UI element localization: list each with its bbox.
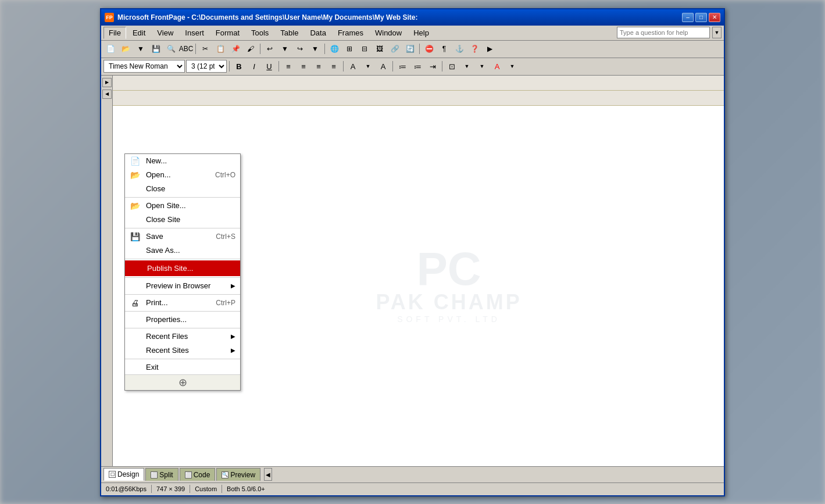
menu-open-site[interactable]: 📂 Open Site... <box>125 199 240 213</box>
new-btn[interactable]: 📄 <box>103 42 117 55</box>
format-painter-btn[interactable]: 🖌 <box>244 42 258 55</box>
menu-close-site[interactable]: Close Site <box>125 213 240 227</box>
menu-item-format[interactable]: Format <box>210 27 245 39</box>
tab-code[interactable]: ⬜ Code <box>180 468 216 481</box>
menu-item-help[interactable]: Help <box>408 27 434 39</box>
editor-content[interactable]: PC PAK CHAMP SOFT PVT. LTD 📄 New... 📂 Op… <box>113 106 724 466</box>
menu-item-data[interactable]: Data <box>305 27 331 39</box>
last-btn[interactable]: ▶ <box>483 42 497 55</box>
tab-design[interactable]: ☐ Design <box>103 468 144 481</box>
align-center-btn[interactable]: ≡ <box>297 60 310 73</box>
border-btn[interactable]: ⊡ <box>445 60 459 73</box>
italic-button[interactable]: I <box>247 60 261 73</box>
left-panel-btn-1[interactable]: ▶ <box>102 78 112 87</box>
font-color2-drop[interactable]: ▼ <box>505 60 519 73</box>
close-button[interactable]: ✕ <box>709 13 720 22</box>
menu-open[interactable]: 📂 Open... Ctrl+O <box>125 168 240 182</box>
open-site-icon: 📂 <box>128 199 141 212</box>
status-bar: 0:01@56Kbps 747 × 399 Custom Both 5.0/6.… <box>101 482 724 495</box>
preview-tab-icon: 🔍 <box>222 471 228 478</box>
help-dropdown-arrow[interactable]: ▼ <box>712 27 722 38</box>
tab-split[interactable]: ⬜ Split <box>145 468 178 481</box>
menu-recent-files[interactable]: Recent Files ▶ <box>125 330 240 344</box>
menu-exit[interactable]: Exit <box>125 360 240 374</box>
underline-button[interactable]: U <box>262 60 276 73</box>
code-tab-icon: ⬜ <box>185 471 192 478</box>
fmt-sep-3 <box>343 61 344 72</box>
menu-item-frames[interactable]: Frames <box>333 27 369 39</box>
help-btn[interactable]: ❓ <box>467 42 481 55</box>
hyperlink-btn[interactable]: 🔗 <box>388 42 402 55</box>
left-panel: ▶ ◀ <box>101 76 113 466</box>
design-tab-icon: ☐ <box>109 471 116 478</box>
spellcheck-btn[interactable]: ABC <box>179 42 193 55</box>
image-btn[interactable]: 🖼 <box>373 42 387 55</box>
draw-table-btn[interactable]: ⊟ <box>358 42 372 55</box>
border-drop[interactable]: ▼ <box>460 60 474 73</box>
web-component-btn[interactable]: 🌐 <box>327 42 341 55</box>
menu-recent-sites[interactable]: Recent Sites ▶ <box>125 344 240 358</box>
align-right-btn[interactable]: ≡ <box>312 60 326 73</box>
restore-button[interactable]: □ <box>695 13 707 22</box>
menu-properties[interactable]: Properties... <box>125 313 240 327</box>
style-drop[interactable]: ▼ <box>475 60 489 73</box>
font-color2-btn[interactable]: A <box>490 60 504 73</box>
menu-item-file[interactable]: File <box>103 27 126 39</box>
font-color-btn[interactable]: A <box>346 60 360 73</box>
menu-more[interactable]: ⊕ <box>125 374 240 390</box>
font-color-drop[interactable]: ▼ <box>361 60 375 73</box>
menu-close[interactable]: Close <box>125 182 240 196</box>
toolbar: 📄 📂 ▼ 💾 🔍 ABC ✂ 📋 📌 🖌 ↩ ▼ ↪ ▼ 🌐 ⊞ ⊟ 🖼 🔗 … <box>101 41 724 58</box>
left-panel-btn-2[interactable]: ◀ <box>102 90 112 99</box>
open-btn[interactable]: 📂 <box>119 42 133 55</box>
paste-btn[interactable]: 📌 <box>228 42 242 55</box>
menu-item-window[interactable]: Window <box>370 27 407 39</box>
bold-button[interactable]: B <box>232 60 246 73</box>
divider-1 <box>125 197 240 198</box>
help-input[interactable] <box>617 27 710 38</box>
divider-7 <box>125 328 240 328</box>
menu-save-as[interactable]: Save As... <box>125 244 240 258</box>
minimize-button[interactable]: – <box>682 13 694 22</box>
menu-item-tools[interactable]: Tools <box>246 27 274 39</box>
save-btn[interactable]: 💾 <box>149 42 163 55</box>
stop-btn[interactable]: ⛔ <box>422 42 436 55</box>
redo-btn[interactable]: ↪ <box>293 42 307 55</box>
divider-8 <box>125 359 240 359</box>
app-icon: FP <box>105 13 114 22</box>
undo-drop-btn[interactable]: ▼ <box>278 42 292 55</box>
ordered-list-btn[interactable]: ≔ <box>395 60 409 73</box>
copy-btn[interactable]: 📋 <box>213 42 227 55</box>
status-speed: 0:01@56Kbps <box>106 485 147 492</box>
open-dropdown-btn[interactable]: ▼ <box>134 42 148 55</box>
size-selector[interactable]: 3 (12 pt) <box>186 60 227 73</box>
recent-sites-arrow: ▶ <box>231 347 235 353</box>
refresh-btn[interactable]: 🔄 <box>403 42 417 55</box>
menu-preview-browser[interactable]: Preview in Browser ▶ <box>125 279 240 293</box>
tab-scroll-right[interactable]: ◀ <box>264 468 272 481</box>
menu-item-view[interactable]: View <box>152 27 178 39</box>
menu-publish-site[interactable]: Publish Site... <box>125 260 240 276</box>
menu-print[interactable]: 🖨 Print... Ctrl+P <box>125 296 240 310</box>
menu-item-table[interactable]: Table <box>275 27 303 39</box>
unordered-list-btn[interactable]: ≔ <box>410 60 424 73</box>
watermark-brand: PAK CHAMP <box>376 290 522 314</box>
anchor-btn[interactable]: ⚓ <box>452 42 466 55</box>
font-selector[interactable]: Times New Roman <box>103 60 185 73</box>
align-justify-btn[interactable]: ≡ <box>327 60 341 73</box>
undo-btn[interactable]: ↩ <box>263 42 277 55</box>
align-left-btn[interactable]: ≡ <box>281 60 295 73</box>
menu-save[interactable]: 💾 Save Ctrl+S <box>125 230 240 244</box>
cut-btn[interactable]: ✂ <box>198 42 212 55</box>
menu-item-edit[interactable]: Edit <box>127 27 151 39</box>
editor-area[interactable]: PC PAK CHAMP SOFT PVT. LTD 📄 New... 📂 Op… <box>113 76 724 466</box>
search-btn[interactable]: 🔍 <box>164 42 178 55</box>
show-all-btn[interactable]: ¶ <box>437 42 451 55</box>
menu-new[interactable]: 📄 New... <box>125 154 240 168</box>
menu-item-insert[interactable]: Insert <box>180 27 209 39</box>
insert-table-btn[interactable]: ⊞ <box>342 42 356 55</box>
highlight-btn[interactable]: A <box>376 60 390 73</box>
tab-preview[interactable]: 🔍 Preview <box>216 468 260 481</box>
indent-btn[interactable]: ⇥ <box>426 60 440 73</box>
redo-drop-btn[interactable]: ▼ <box>308 42 322 55</box>
